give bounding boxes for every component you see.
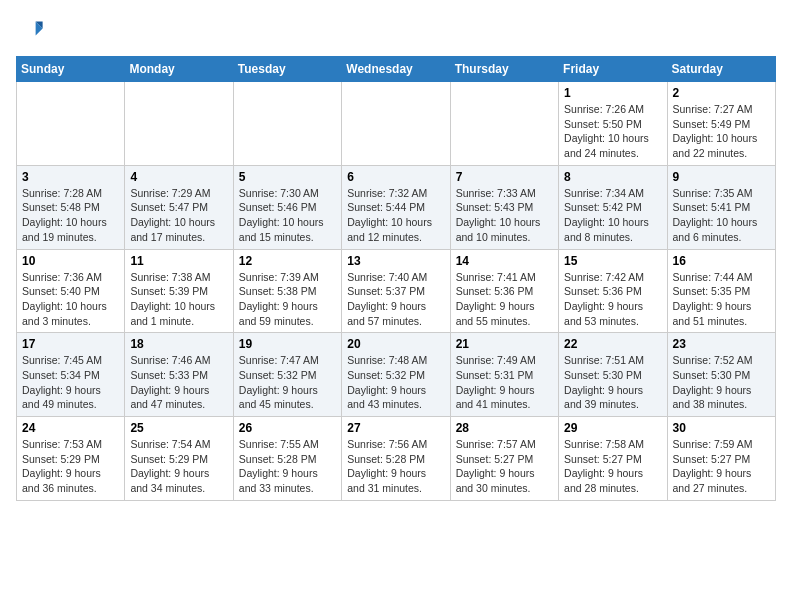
day-number: 25 — [130, 421, 227, 435]
calendar-day-cell — [342, 82, 450, 166]
day-info: Sunrise: 7:27 AM Sunset: 5:49 PM Dayligh… — [673, 102, 770, 161]
day-number: 15 — [564, 254, 661, 268]
calendar-day-cell: 29Sunrise: 7:58 AM Sunset: 5:27 PM Dayli… — [559, 417, 667, 501]
calendar-week-row: 1Sunrise: 7:26 AM Sunset: 5:50 PM Daylig… — [17, 82, 776, 166]
calendar-day-cell: 27Sunrise: 7:56 AM Sunset: 5:28 PM Dayli… — [342, 417, 450, 501]
calendar-day-cell: 7Sunrise: 7:33 AM Sunset: 5:43 PM Daylig… — [450, 165, 558, 249]
calendar-day-cell — [125, 82, 233, 166]
day-number: 6 — [347, 170, 444, 184]
day-number: 12 — [239, 254, 336, 268]
day-number: 16 — [673, 254, 770, 268]
day-info: Sunrise: 7:55 AM Sunset: 5:28 PM Dayligh… — [239, 437, 336, 496]
day-number: 18 — [130, 337, 227, 351]
day-info: Sunrise: 7:32 AM Sunset: 5:44 PM Dayligh… — [347, 186, 444, 245]
day-info: Sunrise: 7:49 AM Sunset: 5:31 PM Dayligh… — [456, 353, 553, 412]
day-number: 2 — [673, 86, 770, 100]
calendar-day-cell: 5Sunrise: 7:30 AM Sunset: 5:46 PM Daylig… — [233, 165, 341, 249]
day-info: Sunrise: 7:36 AM Sunset: 5:40 PM Dayligh… — [22, 270, 119, 329]
calendar-day-cell: 24Sunrise: 7:53 AM Sunset: 5:29 PM Dayli… — [17, 417, 125, 501]
day-number: 7 — [456, 170, 553, 184]
day-info: Sunrise: 7:57 AM Sunset: 5:27 PM Dayligh… — [456, 437, 553, 496]
weekday-header: Tuesday — [233, 57, 341, 82]
day-info: Sunrise: 7:46 AM Sunset: 5:33 PM Dayligh… — [130, 353, 227, 412]
calendar-day-cell: 9Sunrise: 7:35 AM Sunset: 5:41 PM Daylig… — [667, 165, 775, 249]
day-info: Sunrise: 7:38 AM Sunset: 5:39 PM Dayligh… — [130, 270, 227, 329]
day-number: 4 — [130, 170, 227, 184]
calendar-day-cell: 8Sunrise: 7:34 AM Sunset: 5:42 PM Daylig… — [559, 165, 667, 249]
logo-icon — [16, 16, 44, 44]
day-number: 29 — [564, 421, 661, 435]
day-number: 5 — [239, 170, 336, 184]
calendar-day-cell: 19Sunrise: 7:47 AM Sunset: 5:32 PM Dayli… — [233, 333, 341, 417]
calendar-week-row: 24Sunrise: 7:53 AM Sunset: 5:29 PM Dayli… — [17, 417, 776, 501]
weekday-header: Monday — [125, 57, 233, 82]
day-info: Sunrise: 7:47 AM Sunset: 5:32 PM Dayligh… — [239, 353, 336, 412]
day-info: Sunrise: 7:40 AM Sunset: 5:37 PM Dayligh… — [347, 270, 444, 329]
day-info: Sunrise: 7:56 AM Sunset: 5:28 PM Dayligh… — [347, 437, 444, 496]
day-number: 13 — [347, 254, 444, 268]
weekday-header: Friday — [559, 57, 667, 82]
day-number: 30 — [673, 421, 770, 435]
calendar-day-cell: 10Sunrise: 7:36 AM Sunset: 5:40 PM Dayli… — [17, 249, 125, 333]
day-info: Sunrise: 7:29 AM Sunset: 5:47 PM Dayligh… — [130, 186, 227, 245]
day-number: 20 — [347, 337, 444, 351]
calendar-week-row: 3Sunrise: 7:28 AM Sunset: 5:48 PM Daylig… — [17, 165, 776, 249]
day-info: Sunrise: 7:59 AM Sunset: 5:27 PM Dayligh… — [673, 437, 770, 496]
calendar-day-cell — [233, 82, 341, 166]
day-number: 27 — [347, 421, 444, 435]
page-header — [16, 16, 776, 48]
calendar-day-cell: 25Sunrise: 7:54 AM Sunset: 5:29 PM Dayli… — [125, 417, 233, 501]
day-number: 28 — [456, 421, 553, 435]
day-info: Sunrise: 7:33 AM Sunset: 5:43 PM Dayligh… — [456, 186, 553, 245]
day-info: Sunrise: 7:26 AM Sunset: 5:50 PM Dayligh… — [564, 102, 661, 161]
day-number: 22 — [564, 337, 661, 351]
calendar-day-cell — [450, 82, 558, 166]
day-info: Sunrise: 7:45 AM Sunset: 5:34 PM Dayligh… — [22, 353, 119, 412]
calendar-week-row: 17Sunrise: 7:45 AM Sunset: 5:34 PM Dayli… — [17, 333, 776, 417]
day-number: 21 — [456, 337, 553, 351]
day-number: 26 — [239, 421, 336, 435]
calendar-day-cell: 4Sunrise: 7:29 AM Sunset: 5:47 PM Daylig… — [125, 165, 233, 249]
weekday-header: Wednesday — [342, 57, 450, 82]
day-info: Sunrise: 7:41 AM Sunset: 5:36 PM Dayligh… — [456, 270, 553, 329]
day-info: Sunrise: 7:53 AM Sunset: 5:29 PM Dayligh… — [22, 437, 119, 496]
weekday-header: Sunday — [17, 57, 125, 82]
calendar-header: SundayMondayTuesdayWednesdayThursdayFrid… — [17, 57, 776, 82]
calendar-day-cell: 21Sunrise: 7:49 AM Sunset: 5:31 PM Dayli… — [450, 333, 558, 417]
day-info: Sunrise: 7:28 AM Sunset: 5:48 PM Dayligh… — [22, 186, 119, 245]
calendar-day-cell: 28Sunrise: 7:57 AM Sunset: 5:27 PM Dayli… — [450, 417, 558, 501]
day-info: Sunrise: 7:58 AM Sunset: 5:27 PM Dayligh… — [564, 437, 661, 496]
weekday-header: Thursday — [450, 57, 558, 82]
calendar-day-cell: 26Sunrise: 7:55 AM Sunset: 5:28 PM Dayli… — [233, 417, 341, 501]
calendar-day-cell: 3Sunrise: 7:28 AM Sunset: 5:48 PM Daylig… — [17, 165, 125, 249]
day-number: 17 — [22, 337, 119, 351]
day-info: Sunrise: 7:54 AM Sunset: 5:29 PM Dayligh… — [130, 437, 227, 496]
calendar-day-cell: 13Sunrise: 7:40 AM Sunset: 5:37 PM Dayli… — [342, 249, 450, 333]
calendar-day-cell: 30Sunrise: 7:59 AM Sunset: 5:27 PM Dayli… — [667, 417, 775, 501]
calendar-day-cell — [17, 82, 125, 166]
day-info: Sunrise: 7:44 AM Sunset: 5:35 PM Dayligh… — [673, 270, 770, 329]
day-info: Sunrise: 7:51 AM Sunset: 5:30 PM Dayligh… — [564, 353, 661, 412]
day-info: Sunrise: 7:35 AM Sunset: 5:41 PM Dayligh… — [673, 186, 770, 245]
day-number: 1 — [564, 86, 661, 100]
day-number: 11 — [130, 254, 227, 268]
logo — [16, 16, 46, 48]
calendar-week-row: 10Sunrise: 7:36 AM Sunset: 5:40 PM Dayli… — [17, 249, 776, 333]
day-info: Sunrise: 7:34 AM Sunset: 5:42 PM Dayligh… — [564, 186, 661, 245]
calendar-day-cell: 6Sunrise: 7:32 AM Sunset: 5:44 PM Daylig… — [342, 165, 450, 249]
day-number: 23 — [673, 337, 770, 351]
calendar-day-cell: 17Sunrise: 7:45 AM Sunset: 5:34 PM Dayli… — [17, 333, 125, 417]
calendar-day-cell: 12Sunrise: 7:39 AM Sunset: 5:38 PM Dayli… — [233, 249, 341, 333]
day-number: 19 — [239, 337, 336, 351]
calendar-day-cell: 23Sunrise: 7:52 AM Sunset: 5:30 PM Dayli… — [667, 333, 775, 417]
day-info: Sunrise: 7:42 AM Sunset: 5:36 PM Dayligh… — [564, 270, 661, 329]
day-number: 9 — [673, 170, 770, 184]
day-info: Sunrise: 7:48 AM Sunset: 5:32 PM Dayligh… — [347, 353, 444, 412]
day-number: 24 — [22, 421, 119, 435]
calendar-table: SundayMondayTuesdayWednesdayThursdayFrid… — [16, 56, 776, 501]
calendar-day-cell: 20Sunrise: 7:48 AM Sunset: 5:32 PM Dayli… — [342, 333, 450, 417]
day-number: 10 — [22, 254, 119, 268]
calendar-day-cell: 11Sunrise: 7:38 AM Sunset: 5:39 PM Dayli… — [125, 249, 233, 333]
calendar-day-cell: 18Sunrise: 7:46 AM Sunset: 5:33 PM Dayli… — [125, 333, 233, 417]
calendar-day-cell: 16Sunrise: 7:44 AM Sunset: 5:35 PM Dayli… — [667, 249, 775, 333]
